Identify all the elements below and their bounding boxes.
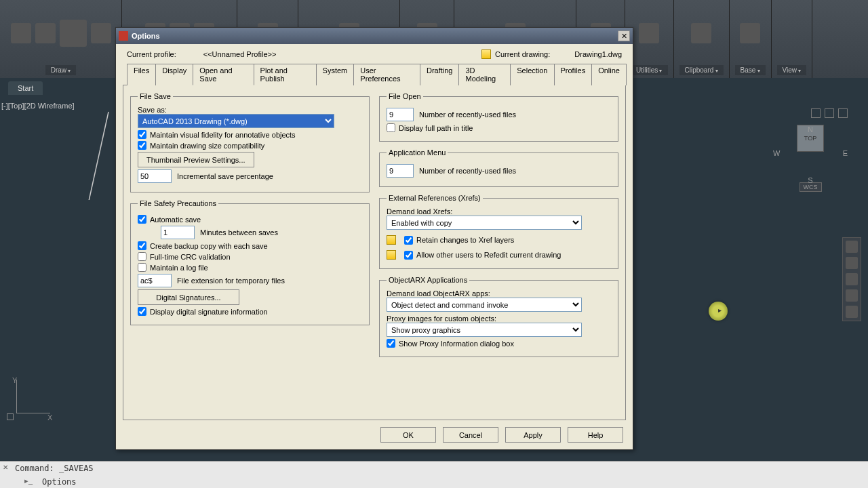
app-icon [119,31,128,41]
profile-row: Current profile: <<Unnamed Profile>> Cur… [123,48,626,63]
command-line[interactable]: ✕ Command: _SAVEAS ▸_ Options [0,461,868,488]
current-profile-value: <<Unnamed Profile>> [203,50,277,58]
dialog-buttons: OK Cancel Apply Help [123,420,626,443]
ribbon-panel-clipboard: Clipboard [674,0,730,78]
restore-icon[interactable] [825,108,834,118]
demand-load-arx-select[interactable]: Object detect and command invoke [387,298,582,312]
command-input[interactable]: Options [42,477,77,487]
pan-icon[interactable] [846,257,858,269]
incremental-save-input[interactable] [138,169,172,183]
tab-user-preferences[interactable]: User Preferences [353,64,420,85]
polyline-icon[interactable] [35,23,56,43]
tab-open-and-save[interactable]: Open and Save [193,64,254,85]
tab-selection[interactable]: Selection [510,64,554,85]
prompt-icon: ▸_ [24,476,33,485]
dialog-titlebar[interactable]: Options ✕ [116,28,633,44]
display-full-path-checkbox[interactable]: Display full path in title [387,123,473,132]
crc-validation-checkbox[interactable]: Full-time CRC validation [138,252,231,261]
xref-icon [387,250,396,260]
tab-files[interactable]: Files [127,64,156,85]
tab-3d-modeling[interactable]: 3D Modeling [458,64,511,85]
show-proxy-info-checkbox[interactable]: Show Proxy Information dialog box [387,339,514,348]
dialog-tabs: Files Display Open and Save Plot and Pub… [123,63,626,85]
current-drawing-label: Current drawing: [495,50,550,58]
display-digsig-checkbox[interactable]: Display digital signature information [138,307,268,316]
circle-icon[interactable] [60,20,87,47]
xrefs-group: External References (Xrefs) Demand load … [379,194,618,269]
automatic-save-checkbox[interactable]: Automatic save [138,215,201,224]
file-open-group: File Open Number of recently-used files … [379,92,618,142]
cursor-highlight [709,302,728,321]
proxy-images-select[interactable]: Show proxy graphics [387,323,582,337]
minimize-icon[interactable] [811,108,821,118]
application-menu-group: Application Menu Number of recently-used… [379,148,618,187]
command-history: Command: _SAVEAS [15,464,94,473]
current-drawing-value: Drawing1.dwg [574,50,622,58]
create-backup-checkbox[interactable]: Create backup copy with each save [138,241,268,250]
demand-load-xrefs-select[interactable]: Enabled with copy [387,216,582,230]
nav-wheel-icon[interactable] [846,241,858,253]
ok-button[interactable]: OK [380,427,436,443]
tab-plot-and-publish[interactable]: Plot and Publish [254,64,317,85]
cmdline-close-icon[interactable]: ✕ [3,464,8,471]
tab-profiles[interactable]: Profiles [554,64,593,85]
objectarx-group: ObjectARX Applications Demand load Objec… [379,276,618,357]
thumbnail-preview-button[interactable]: Thumbnail Preview Settings... [138,152,254,167]
temp-file-extension-input[interactable] [138,274,172,287]
ribbon-panel-view: View [772,0,813,78]
file-safety-group: File Safety Precautions Automatic save M… [130,199,370,325]
minutes-between-saves-input[interactable] [161,226,195,239]
tab-display[interactable]: Display [155,64,193,85]
base-icon[interactable] [740,23,760,43]
maintain-size-checkbox[interactable]: Maintain drawing size compatibility [138,141,264,150]
ribbon-panel-base: Base [730,0,772,78]
allow-refedit-checkbox[interactable]: Allow other users to Refedit current dra… [404,251,561,260]
tab-online[interactable]: Online [591,64,627,85]
close-vp-icon[interactable] [838,108,848,118]
tab-system[interactable]: System [316,64,355,85]
help-button[interactable]: Help [568,427,623,443]
paste-icon[interactable] [691,23,711,43]
measure-icon[interactable] [639,23,659,43]
save-as-label: Save as: [138,106,362,114]
xref-icon [387,235,396,245]
zoom-icon[interactable] [846,273,858,285]
appmenu-recent-files-input[interactable] [387,164,414,178]
showmotion-icon[interactable] [846,306,858,318]
dialog-title: Options [132,32,618,40]
navigation-bar [842,237,861,321]
drawing-icon [481,49,491,59]
ucs-icon: Y X [7,413,14,420]
current-profile-label: Current profile: [127,50,176,58]
tab-content: File Save Save as: AutoCAD 2013 Drawing … [123,85,626,420]
maintain-log-checkbox[interactable]: Maintain a log file [138,263,208,272]
retain-xref-changes-checkbox[interactable]: Retain changes to Xref layers [404,236,514,245]
recent-files-input[interactable] [387,108,414,121]
cancel-button[interactable]: Cancel [443,427,498,443]
orbit-icon[interactable] [846,289,858,302]
digital-signatures-button[interactable]: Digital Signatures... [138,289,239,305]
start-tab[interactable]: Start [8,81,43,95]
tab-drafting[interactable]: Drafting [420,64,460,85]
save-as-select[interactable]: AutoCAD 2013 Drawing (*.dwg) [138,114,334,128]
line-icon[interactable] [11,23,31,43]
file-save-group: File Save Save as: AutoCAD 2013 Drawing … [130,92,370,192]
apply-button[interactable]: Apply [505,427,561,443]
close-icon[interactable]: ✕ [618,30,630,41]
arc-icon[interactable] [91,23,111,43]
viewcube[interactable]: N S E W TOP WCS [773,108,848,217]
svg-line-0 [44,112,108,200]
ribbon-label-draw[interactable]: Draw [45,65,77,75]
options-dialog: Options ✕ Current profile: <<Unnamed Pro… [115,27,633,450]
ribbon-panel-draw: Draw [0,0,122,78]
maintain-visual-checkbox[interactable]: Maintain visual fidelity for annotative … [138,130,296,139]
